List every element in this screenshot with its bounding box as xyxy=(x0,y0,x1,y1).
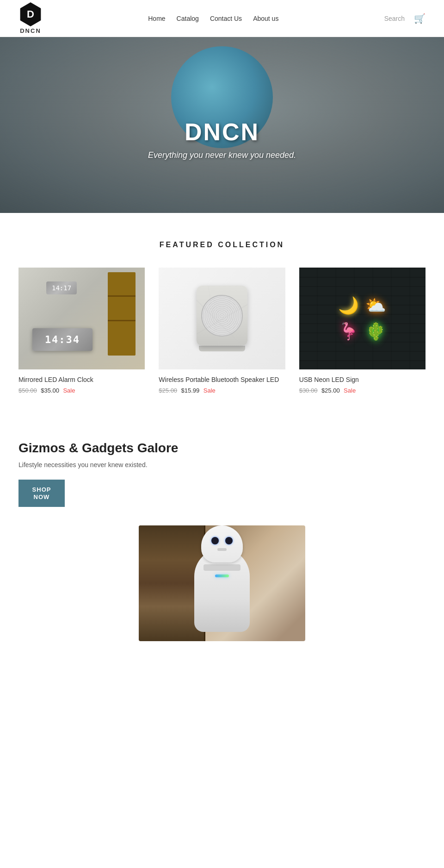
sale-price-2: $15.99 xyxy=(181,387,200,394)
logo-area[interactable]: D DNCN xyxy=(18,2,43,34)
product-card-1[interactable]: 14:17 14:34 Mirrored LED Alarm Clock $50… xyxy=(18,268,145,394)
brand-name: DNCN xyxy=(20,27,41,34)
gizmos-subtitle: Lifestyle necessities you never knew exi… xyxy=(18,461,426,468)
robot-head xyxy=(201,525,243,562)
robot-figure xyxy=(194,549,250,632)
sale-badge-2: Sale xyxy=(204,387,216,394)
product-image-3: 🌙 ⛅ 🦩 🌵 xyxy=(299,268,426,369)
neon-cloud-icon: ⛅ xyxy=(365,296,386,315)
header-right: Search 🛒 xyxy=(384,13,426,24)
product-pricing-1: $50.00 $35.00 Sale xyxy=(18,386,145,394)
product-img-neon: 🌙 ⛅ 🦩 🌵 xyxy=(299,268,426,369)
product-name-2: Wireless Portable Bluetooth Speaker LED xyxy=(159,376,285,383)
nav-contact-us[interactable]: Contact Us xyxy=(210,15,242,22)
featured-section: FEATURED COLLECTION 14:17 14:34 Mirrored… xyxy=(0,213,444,413)
product-name-1: Mirrored LED Alarm Clock xyxy=(18,376,145,383)
robot-mouth xyxy=(217,548,227,551)
product-card-3[interactable]: 🌙 ⛅ 🦩 🌵 USB Neon LED Sign $30.00 $25.00 … xyxy=(299,268,426,394)
product-card-2[interactable]: Wireless Portable Bluetooth Speaker LED … xyxy=(159,268,285,394)
hero-section: DNCN Everything you never knew you neede… xyxy=(0,37,444,213)
product-image-1: 14:17 14:34 xyxy=(18,268,145,369)
product-image-2 xyxy=(159,268,285,369)
original-price-1: $50.00 xyxy=(18,387,37,394)
neon-flamingo-icon: 🦩 xyxy=(338,322,359,341)
main-nav: Home Catalog Contact Us About us xyxy=(148,15,278,22)
robot-image-container xyxy=(18,525,426,641)
speaker-base xyxy=(199,346,245,351)
product-img-speaker xyxy=(159,268,285,369)
header: D DNCN Home Catalog Contact Us About us … xyxy=(0,0,444,37)
nav-home[interactable]: Home xyxy=(148,15,165,22)
hero-subtitle: Everything you never knew you needed. xyxy=(148,150,296,160)
robot-eye-left xyxy=(211,537,219,544)
robot-collar xyxy=(204,564,240,571)
hero-content: DNCN Everything you never knew you neede… xyxy=(148,118,296,160)
product-img-alarm-clock: 14:17 14:34 xyxy=(18,268,145,369)
hero-title: DNCN xyxy=(148,118,296,146)
speaker-body xyxy=(197,286,247,346)
neon-moon-icon: 🌙 xyxy=(338,296,359,315)
gizmos-title: Gizmos & Gadgets Galore xyxy=(18,441,426,456)
gizmos-section: Gizmos & Gadgets Galore Lifestyle necess… xyxy=(0,413,444,650)
product-pricing-2: $25.00 $15.99 Sale xyxy=(159,386,285,394)
products-grid: 14:17 14:34 Mirrored LED Alarm Clock $50… xyxy=(18,268,426,394)
cart-icon[interactable]: 🛒 xyxy=(414,13,426,24)
sale-badge-1: Sale xyxy=(63,387,75,394)
footer-space xyxy=(0,650,444,743)
shop-now-button[interactable]: SHOP NOW xyxy=(18,480,65,507)
neon-signs-grid: 🌙 ⛅ 🦩 🌵 xyxy=(333,291,391,346)
sale-price-1: $35.00 xyxy=(41,387,59,394)
clock-small: 14:17 xyxy=(46,281,77,294)
sale-badge-3: Sale xyxy=(344,387,356,394)
product-pricing-3: $30.00 $25.00 Sale xyxy=(299,386,426,394)
product-name-3: USB Neon LED Sign xyxy=(299,376,426,383)
nav-about-us[interactable]: About us xyxy=(253,15,278,22)
nav-catalog[interactable]: Catalog xyxy=(177,15,199,22)
featured-title: FEATURED COLLECTION xyxy=(18,241,426,249)
original-price-2: $25.00 xyxy=(159,387,177,394)
bookcase-decoration xyxy=(108,272,136,356)
neon-cactus-icon: 🌵 xyxy=(365,322,386,341)
robot-eyes xyxy=(211,537,233,544)
logo-badge: D xyxy=(18,2,43,26)
robot-image xyxy=(139,525,305,641)
original-price-3: $30.00 xyxy=(299,387,318,394)
robot-chest-light xyxy=(215,575,229,577)
search-label[interactable]: Search xyxy=(384,15,405,22)
sale-price-3: $25.00 xyxy=(321,387,340,394)
robot-eye-right xyxy=(225,537,233,544)
clock-large: 14:34 xyxy=(32,328,92,351)
